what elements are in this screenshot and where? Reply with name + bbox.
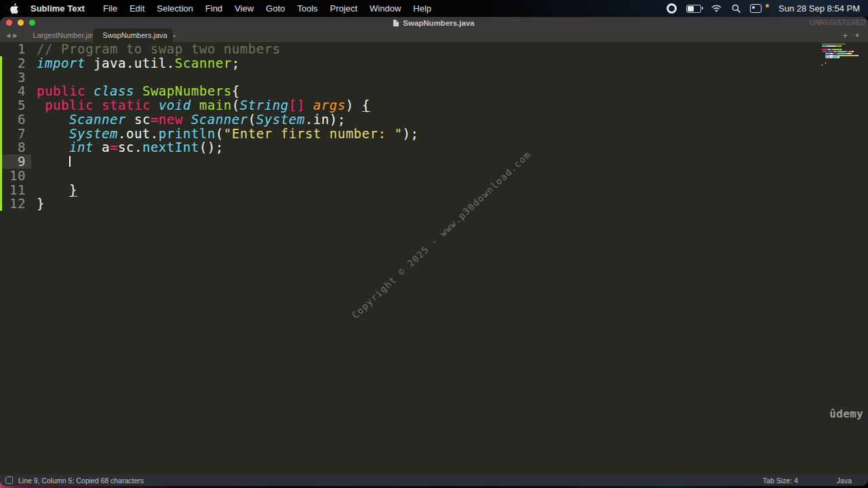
- code-line-3[interactable]: 3: [0, 70, 868, 85]
- text-cursor: [69, 156, 71, 167]
- code-line-11[interactable]: 11 }: [0, 183, 868, 197]
- line-number-3[interactable]: 3: [0, 70, 31, 85]
- menubar-status-area: Sun 28 Sep 8:54 PM: [667, 3, 868, 14]
- window-titlebar[interactable]: SwapNumbers.java UNREGISTERED: [0, 17, 868, 28]
- menubar-item-tools[interactable]: Tools: [291, 3, 323, 14]
- new-tab-button[interactable]: +: [842, 30, 848, 41]
- menubar-item-window[interactable]: Window: [363, 3, 407, 14]
- minimap-segment: [823, 51, 827, 52]
- code-line-7[interactable]: 7 System.out.println("Enter first number…: [0, 127, 868, 141]
- tab-overflow-button[interactable]: ▼: [854, 33, 860, 39]
- zoom-window-button[interactable]: [29, 20, 35, 26]
- tab-history-back-button[interactable]: ◀: [6, 33, 10, 39]
- code-token: [37, 182, 69, 197]
- minimap-segment: [822, 43, 846, 45]
- menubar-item-help[interactable]: Help: [407, 3, 437, 14]
- tab-largestnumber-java[interactable]: LargestNumber.java×: [22, 28, 93, 42]
- code-line-8[interactable]: 8 int a=sc.nextInt();: [0, 140, 868, 155]
- minimap[interactable]: [822, 43, 859, 66]
- minimap-row: [822, 43, 859, 45]
- tab-size-selector[interactable]: Tab Size: 4: [763, 476, 798, 485]
- minimap-segment: [837, 53, 842, 54]
- control-center-icon[interactable]: [750, 4, 762, 13]
- menubar-item-selection[interactable]: Selection: [151, 3, 199, 14]
- line-number-10[interactable]: 10: [0, 169, 31, 183]
- code-token: [37, 154, 69, 169]
- code-token: args: [313, 98, 346, 113]
- code-token: [37, 140, 69, 155]
- window-title: SwapNumbers.java: [403, 19, 474, 27]
- menubar-clock[interactable]: Sun 28 Sep 8:54 PM: [778, 3, 860, 14]
- close-window-button[interactable]: [6, 20, 12, 26]
- vintage-mode-icon[interactable]: [5, 476, 13, 484]
- code-token: java.util.: [85, 56, 175, 70]
- syntax-selector[interactable]: Java: [837, 476, 852, 485]
- code-line-12[interactable]: 12}: [0, 197, 868, 211]
- line-number-9[interactable]: 9: [0, 155, 31, 169]
- code-token: System: [69, 126, 118, 141]
- battery-icon[interactable]: [686, 5, 701, 13]
- search-icon[interactable]: [732, 4, 741, 13]
- minimize-window-button[interactable]: [18, 20, 24, 26]
- tab-bar: ◀ ▶ LargestNumber.java×SwapNumbers.java●…: [0, 28, 868, 42]
- wifi-icon[interactable]: [711, 5, 722, 13]
- code-token: [305, 98, 313, 113]
- menubar-app-name[interactable]: Sublime Text: [31, 3, 85, 14]
- menu-items: FileEditSelectionFindViewGotoToolsProjec…: [97, 3, 437, 14]
- line-number-12[interactable]: 12: [0, 197, 31, 211]
- minimap-segment: [841, 45, 842, 47]
- code-text: [31, 169, 37, 183]
- minimap-segment: [822, 58, 825, 60]
- code-line-4[interactable]: 4public class SwapNumbers{: [0, 84, 868, 98]
- menubar-item-project[interactable]: Project: [324, 3, 363, 14]
- line-number-4[interactable]: 4: [0, 84, 31, 98]
- code-token: [37, 98, 45, 113]
- apple-menu[interactable]: [9, 3, 18, 14]
- tab-nav-arrows: ◀ ▶: [0, 28, 22, 42]
- code-text: // Program to swap two numbers: [31, 42, 281, 56]
- menubar-item-view[interactable]: View: [229, 3, 260, 14]
- menubar-item-edit[interactable]: Edit: [123, 3, 151, 14]
- line-number-11[interactable]: 11: [0, 183, 31, 197]
- menubar-item-goto[interactable]: Goto: [260, 3, 291, 14]
- code-token: (: [216, 126, 224, 141]
- line-number-6[interactable]: 6: [0, 113, 31, 127]
- code-line-9[interactable]: 9: [0, 155, 868, 169]
- minimap-segment: [833, 55, 839, 56]
- udemy-logo: ûdemy: [829, 407, 863, 420]
- tab-swapnumbers-java[interactable]: SwapNumbers.java●: [93, 28, 173, 42]
- line-number-1[interactable]: 1: [0, 42, 31, 56]
- minimap-segment: [842, 51, 846, 52]
- line-number-8[interactable]: 8: [0, 140, 31, 155]
- unregistered-badge: UNREGISTERED: [810, 19, 866, 26]
- code-token: String: [240, 98, 289, 113]
- minimap-row: [822, 55, 859, 56]
- code-line-5[interactable]: 5 public static void main(String[] args)…: [0, 98, 868, 113]
- code-line-6[interactable]: 6 Scanner sc=new Scanner(System.in);: [0, 113, 868, 127]
- code-token: main: [199, 98, 232, 113]
- line-number-7[interactable]: 7: [0, 127, 31, 141]
- code-token: (: [232, 98, 240, 113]
- code-token: Scanner: [69, 112, 126, 127]
- code-token: [134, 83, 142, 98]
- code-line-1[interactable]: 1// Program to swap two numbers: [0, 42, 868, 56]
- minimap-row: [822, 53, 859, 54]
- screen-record-icon[interactable]: [667, 3, 677, 14]
- tab-modified-dot-icon[interactable]: ●: [173, 33, 176, 38]
- menubar-item-find[interactable]: Find: [199, 3, 229, 14]
- code-token: [85, 83, 94, 98]
- code-token: Scanner: [175, 56, 232, 70]
- tab-history-forward-button[interactable]: ▶: [13, 33, 17, 39]
- code-line-2[interactable]: 2import java.util.Scanner;: [0, 56, 868, 70]
- line-number-5[interactable]: 5: [0, 98, 31, 113]
- code-token: sc.: [118, 140, 142, 155]
- menubar-item-file[interactable]: File: [97, 3, 123, 14]
- code-token: void: [159, 98, 191, 113]
- minimap-row: [822, 45, 859, 47]
- line-number-2[interactable]: 2: [0, 56, 31, 70]
- code-editor[interactable]: 1// Program to swap two numbers2import j…: [0, 42, 868, 474]
- code-token: [37, 112, 69, 127]
- code-line-10[interactable]: 10: [0, 169, 868, 183]
- code-token: =: [110, 140, 118, 155]
- document-icon: [393, 20, 399, 26]
